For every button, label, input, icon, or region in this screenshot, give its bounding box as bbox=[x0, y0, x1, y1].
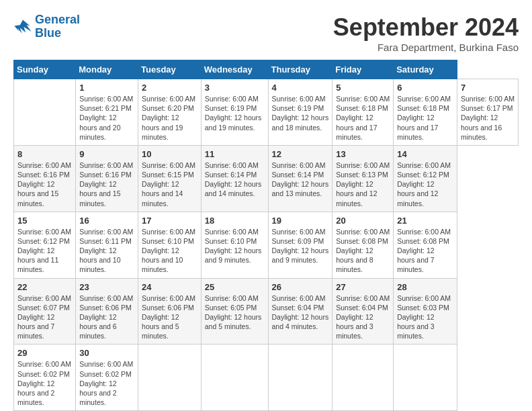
calendar-week-row: 1Sunrise: 6:00 AMSunset: 6:21 PMDaylight… bbox=[14, 79, 519, 146]
day-info: Sunrise: 6:00 AMSunset: 6:09 PMDaylight:… bbox=[272, 227, 329, 265]
day-number: 18 bbox=[205, 216, 265, 226]
day-number: 25 bbox=[205, 282, 265, 292]
calendar-cell: 5Sunrise: 6:00 AMSunset: 6:18 PMDaylight… bbox=[332, 79, 394, 146]
calendar-cell: 29Sunrise: 6:00 AMSunset: 6:02 PMDayligh… bbox=[14, 345, 76, 411]
day-number: 28 bbox=[397, 282, 453, 292]
calendar-cell: 8Sunrise: 6:00 AMSunset: 6:16 PMDaylight… bbox=[14, 145, 76, 212]
day-number: 14 bbox=[397, 149, 453, 159]
day-number: 15 bbox=[17, 216, 72, 226]
day-info: Sunrise: 6:00 AMSunset: 6:19 PMDaylight:… bbox=[272, 94, 329, 132]
header-saturday: Saturday bbox=[394, 60, 457, 79]
day-info: Sunrise: 6:00 AMSunset: 6:18 PMDaylight:… bbox=[336, 94, 390, 142]
logo-text: General Blue bbox=[35, 13, 80, 40]
calendar-cell: 18Sunrise: 6:00 AMSunset: 6:10 PMDayligh… bbox=[201, 212, 268, 278]
header-thursday: Thursday bbox=[268, 60, 332, 79]
calendar-cell: 28Sunrise: 6:00 AMSunset: 6:03 PMDayligh… bbox=[394, 278, 457, 345]
calendar-week-row: 8Sunrise: 6:00 AMSunset: 6:16 PMDaylight… bbox=[14, 145, 519, 212]
day-number: 2 bbox=[142, 83, 197, 93]
day-info: Sunrise: 6:00 AMSunset: 6:10 PMDaylight:… bbox=[142, 227, 197, 275]
calendar-cell: 24Sunrise: 6:00 AMSunset: 6:06 PMDayligh… bbox=[138, 278, 202, 345]
day-info: Sunrise: 6:00 AMSunset: 6:11 PMDaylight:… bbox=[79, 227, 134, 275]
day-info: Sunrise: 6:00 AMSunset: 6:21 PMDaylight:… bbox=[79, 94, 134, 142]
day-number: 13 bbox=[336, 149, 390, 159]
calendar-cell: 16Sunrise: 6:00 AMSunset: 6:11 PMDayligh… bbox=[76, 212, 138, 278]
day-info: Sunrise: 6:00 AMSunset: 6:19 PMDaylight:… bbox=[205, 94, 265, 132]
calendar-cell: 13Sunrise: 6:00 AMSunset: 6:13 PMDayligh… bbox=[332, 145, 394, 212]
day-number: 16 bbox=[79, 216, 134, 226]
month-title: September 2024 bbox=[333, 13, 519, 42]
day-info: Sunrise: 6:00 AMSunset: 6:06 PMDaylight:… bbox=[79, 293, 134, 341]
logo-icon bbox=[13, 17, 32, 36]
day-info: Sunrise: 6:00 AMSunset: 6:12 PMDaylight:… bbox=[17, 227, 72, 275]
day-number: 26 bbox=[272, 282, 329, 292]
calendar-cell: 3Sunrise: 6:00 AMSunset: 6:19 PMDaylight… bbox=[201, 79, 268, 146]
day-number: 17 bbox=[142, 216, 197, 226]
day-number: 22 bbox=[17, 282, 72, 292]
calendar-cell: 15Sunrise: 6:00 AMSunset: 6:12 PMDayligh… bbox=[14, 212, 76, 278]
day-info: Sunrise: 6:00 AMSunset: 6:12 PMDaylight:… bbox=[397, 161, 453, 208]
day-info: Sunrise: 6:00 AMSunset: 6:16 PMDaylight:… bbox=[79, 161, 134, 208]
day-info: Sunrise: 6:00 AMSunset: 6:08 PMDaylight:… bbox=[397, 227, 453, 275]
calendar-cell: 2Sunrise: 6:00 AMSunset: 6:20 PMDaylight… bbox=[138, 79, 202, 146]
day-number: 3 bbox=[205, 83, 265, 93]
day-info: Sunrise: 6:00 AMSunset: 6:18 PMDaylight:… bbox=[397, 94, 453, 142]
calendar-cell: 23Sunrise: 6:00 AMSunset: 6:06 PMDayligh… bbox=[76, 278, 138, 345]
calendar-cell: 19Sunrise: 6:00 AMSunset: 6:09 PMDayligh… bbox=[268, 212, 332, 278]
calendar-cell: 17Sunrise: 6:00 AMSunset: 6:10 PMDayligh… bbox=[138, 212, 202, 278]
svg-marker-0 bbox=[14, 19, 31, 33]
day-number: 9 bbox=[79, 149, 134, 159]
day-number: 30 bbox=[79, 348, 134, 358]
day-info: Sunrise: 6:00 AMSunset: 6:07 PMDaylight:… bbox=[17, 293, 72, 341]
calendar-cell: 25Sunrise: 6:00 AMSunset: 6:05 PMDayligh… bbox=[201, 278, 268, 345]
calendar-table: SundayMondayTuesdayWednesdayThursdayFrid… bbox=[13, 60, 519, 411]
day-info: Sunrise: 6:00 AMSunset: 6:17 PMDaylight:… bbox=[461, 94, 515, 142]
calendar-cell bbox=[332, 345, 394, 411]
day-number: 10 bbox=[142, 149, 197, 159]
day-info: Sunrise: 6:00 AMSunset: 6:04 PMDaylight:… bbox=[336, 293, 390, 341]
title-block: September 2024 Fara Department, Burkina … bbox=[333, 13, 519, 53]
calendar-header-row: SundayMondayTuesdayWednesdayThursdayFrid… bbox=[14, 60, 519, 79]
location-subtitle: Fara Department, Burkina Faso bbox=[333, 42, 519, 53]
calendar-week-row: 29Sunrise: 6:00 AMSunset: 6:02 PMDayligh… bbox=[14, 345, 519, 411]
day-info: Sunrise: 6:00 AMSunset: 6:14 PMDaylight:… bbox=[205, 161, 265, 199]
day-number: 5 bbox=[336, 83, 390, 93]
calendar-cell: 10Sunrise: 6:00 AMSunset: 6:15 PMDayligh… bbox=[138, 145, 202, 212]
day-info: Sunrise: 6:00 AMSunset: 6:08 PMDaylight:… bbox=[336, 227, 390, 275]
calendar-cell: 12Sunrise: 6:00 AMSunset: 6:14 PMDayligh… bbox=[268, 145, 332, 212]
day-number: 7 bbox=[461, 83, 515, 93]
day-number: 27 bbox=[336, 282, 390, 292]
calendar-cell: 22Sunrise: 6:00 AMSunset: 6:07 PMDayligh… bbox=[14, 278, 76, 345]
header-wednesday: Wednesday bbox=[201, 60, 268, 79]
day-number: 23 bbox=[79, 282, 134, 292]
day-number: 19 bbox=[272, 216, 329, 226]
day-info: Sunrise: 6:00 AMSunset: 6:15 PMDaylight:… bbox=[142, 161, 197, 208]
day-number: 29 bbox=[17, 348, 72, 358]
day-number: 11 bbox=[205, 149, 265, 159]
day-number: 4 bbox=[272, 83, 329, 93]
calendar-cell: 4Sunrise: 6:00 AMSunset: 6:19 PMDaylight… bbox=[268, 79, 332, 146]
calendar-cell bbox=[14, 79, 76, 146]
day-info: Sunrise: 6:00 AMSunset: 6:02 PMDaylight:… bbox=[17, 359, 72, 407]
header-tuesday: Tuesday bbox=[138, 60, 202, 79]
day-info: Sunrise: 6:00 AMSunset: 6:02 PMDaylight:… bbox=[79, 359, 134, 407]
calendar-cell: 20Sunrise: 6:00 AMSunset: 6:08 PMDayligh… bbox=[332, 212, 394, 278]
calendar-cell: 11Sunrise: 6:00 AMSunset: 6:14 PMDayligh… bbox=[201, 145, 268, 212]
header-sunday: Sunday bbox=[14, 60, 76, 79]
calendar-cell: 26Sunrise: 6:00 AMSunset: 6:04 PMDayligh… bbox=[268, 278, 332, 345]
day-number: 24 bbox=[142, 282, 197, 292]
calendar-cell bbox=[201, 345, 268, 411]
calendar-cell: 21Sunrise: 6:00 AMSunset: 6:08 PMDayligh… bbox=[394, 212, 457, 278]
day-info: Sunrise: 6:00 AMSunset: 6:10 PMDaylight:… bbox=[205, 227, 265, 265]
calendar-cell bbox=[394, 345, 457, 411]
day-number: 12 bbox=[272, 149, 329, 159]
calendar-cell: 14Sunrise: 6:00 AMSunset: 6:12 PMDayligh… bbox=[394, 145, 457, 212]
day-number: 1 bbox=[79, 83, 134, 93]
calendar-cell: 30Sunrise: 6:00 AMSunset: 6:02 PMDayligh… bbox=[76, 345, 138, 411]
day-info: Sunrise: 6:00 AMSunset: 6:06 PMDaylight:… bbox=[142, 293, 197, 341]
day-number: 8 bbox=[17, 149, 72, 159]
day-info: Sunrise: 6:00 AMSunset: 6:14 PMDaylight:… bbox=[272, 161, 329, 199]
day-info: Sunrise: 6:00 AMSunset: 6:16 PMDaylight:… bbox=[17, 161, 72, 208]
day-info: Sunrise: 6:00 AMSunset: 6:13 PMDaylight:… bbox=[336, 161, 390, 208]
calendar-cell: 7Sunrise: 6:00 AMSunset: 6:17 PMDaylight… bbox=[457, 79, 518, 146]
day-number: 21 bbox=[397, 216, 453, 226]
